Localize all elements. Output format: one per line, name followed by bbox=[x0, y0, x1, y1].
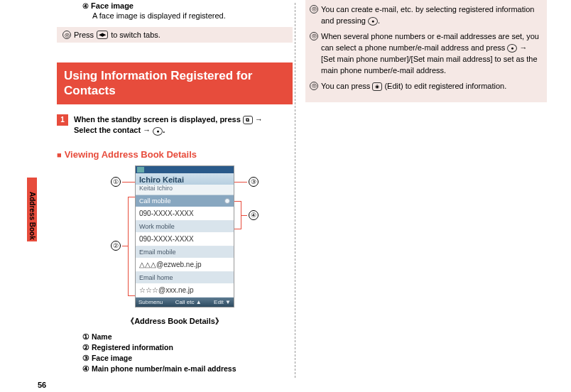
row-value: 090-XXXX-XXXX bbox=[136, 232, 234, 246]
note-2: ◎ When several phone numbers or e-mail a… bbox=[310, 31, 543, 77]
face-image-desc: A face image is displayed if registered. bbox=[92, 11, 293, 20]
face-image-title: Face image bbox=[91, 1, 134, 10]
arrow-icon: → bbox=[143, 126, 151, 134]
left-column: ④ Face image A face image is displayed i… bbox=[57, 0, 293, 373]
row-label: Email mobile bbox=[139, 249, 176, 256]
legend-2: ② Registered information bbox=[82, 343, 293, 352]
marker-4-icon: ④ bbox=[82, 2, 89, 10]
phone-row: Email home ☆☆☆@xxx.ne.jp bbox=[136, 272, 234, 298]
softkey-center: Call etc ▲ bbox=[175, 299, 202, 305]
arrow-icon: → bbox=[255, 115, 263, 124]
main-mark-icon bbox=[224, 198, 230, 204]
note-3-text-b: (Edit) to edit registered information. bbox=[384, 82, 506, 90]
notes-block: ◎ You can create e-mail, etc. by selecti… bbox=[305, 0, 547, 102]
step-1-number: 1 bbox=[57, 114, 68, 126]
center-key-icon: ● bbox=[368, 17, 378, 26]
addressbook-key-icon: ⧉ bbox=[243, 116, 253, 124]
center-key-icon: ● bbox=[507, 44, 517, 53]
callout-line bbox=[122, 246, 128, 246]
center-key-icon: ● bbox=[153, 127, 163, 136]
callout-4: ④ bbox=[249, 210, 259, 220]
phone-status-bar bbox=[136, 166, 234, 173]
viewing-details-heading: Viewing Address Book Details bbox=[57, 149, 293, 160]
callout-line bbox=[122, 182, 135, 183]
side-tab-label: Address Book bbox=[28, 192, 36, 240]
tip-prefix: Press bbox=[74, 31, 94, 39]
note-3: ◎ You can press ◉ (Edit) to edit registe… bbox=[310, 81, 543, 92]
ring-bullet-icon: ◎ bbox=[310, 32, 318, 40]
phone-row: Email mobile △△△@ezweb.ne.jp bbox=[136, 246, 234, 272]
note-2-text-b: [Set main phone number]/[Set main mail a… bbox=[321, 55, 538, 75]
row-value: △△△@ezweb.ne.jp bbox=[136, 258, 234, 272]
callout-bracket bbox=[234, 201, 241, 229]
ring-bullet-icon: ◎ bbox=[310, 5, 318, 13]
note-3-text-a: You can press bbox=[321, 82, 370, 90]
status-icon bbox=[137, 167, 144, 173]
step-1-text-b: Select the contact bbox=[74, 126, 141, 134]
ring-bullet-icon: ◎ bbox=[310, 82, 318, 90]
callout-1: ① bbox=[111, 177, 121, 187]
column-divider bbox=[295, 3, 295, 378]
softkey-right: Edit ▼ bbox=[214, 299, 231, 305]
callout-bracket bbox=[128, 197, 135, 296]
note-1-text-a: You can create e-mail, etc. by selecting… bbox=[321, 5, 534, 25]
note-1-text-b: . bbox=[378, 16, 380, 25]
row-label: Email home bbox=[139, 274, 173, 281]
phone-diagram: ① ② ③ ④ Ichiro Keitai Keitai Ichiro Call… bbox=[57, 165, 293, 315]
note-1: ◎ You can create e-mail, etc. by selecti… bbox=[310, 4, 543, 27]
row-label: Work mobile bbox=[139, 223, 175, 230]
step-1: 1 When the standby screen is displayed, … bbox=[57, 114, 293, 137]
row-value: ☆☆☆@xxx.ne.jp bbox=[136, 283, 234, 298]
nav-key-icon: ◀▶ bbox=[97, 31, 108, 39]
step-1-text: When the standby screen is displayed, pr… bbox=[74, 114, 293, 137]
arrow-icon: → bbox=[519, 43, 527, 52]
contact-reading: Keitai Ichiro bbox=[136, 185, 234, 195]
legend-4: ④ Main phone number/main e-mail address bbox=[82, 364, 293, 373]
face-image-heading: ④ Face image bbox=[82, 1, 293, 10]
tip-suffix: to switch tabs. bbox=[111, 31, 161, 39]
ring-bullet-icon: ◎ bbox=[62, 31, 71, 39]
contact-name: Ichiro Keitai bbox=[136, 173, 234, 185]
note-2-text-a: When several phone numbers or e-mail add… bbox=[321, 32, 539, 52]
row-value: 090-XXXX-XXXX bbox=[136, 207, 234, 221]
phone-softkeys: Submenu Call etc ▲ Edit ▼ bbox=[136, 298, 234, 307]
camera-key-icon: ◉ bbox=[372, 82, 382, 91]
row-label: Call mobile bbox=[139, 197, 171, 205]
legend-1: ① Name bbox=[82, 332, 293, 341]
phone-screenshot: Ichiro Keitai Keitai Ichiro Call mobile … bbox=[135, 165, 234, 307]
period: . bbox=[163, 126, 165, 134]
phone-row: Work mobile 090-XXXX-XXXX bbox=[136, 221, 234, 246]
callout-line bbox=[241, 215, 247, 216]
callout-3: ③ bbox=[249, 177, 259, 187]
phone-caption: 《Address Book Details》 bbox=[57, 316, 293, 327]
softkey-left: Submenu bbox=[138, 299, 163, 305]
page-number: 56 bbox=[38, 381, 46, 389]
callout-2: ② bbox=[111, 241, 121, 251]
legend-3: ③ Face image bbox=[82, 354, 293, 362]
callout-line bbox=[234, 182, 247, 183]
phone-row-selected: Call mobile 090-XXXX-XXXX bbox=[136, 195, 234, 221]
right-column: ◎ You can create e-mail, etc. by selecti… bbox=[305, 0, 547, 102]
tip-bar: ◎ Press ◀▶ to switch tabs. bbox=[57, 27, 293, 43]
section-header: Using Information Registered for Contact… bbox=[57, 62, 293, 104]
legend: ① Name ② Registered information ③ Face i… bbox=[57, 332, 293, 373]
step-1-text-a: When the standby screen is displayed, pr… bbox=[74, 115, 241, 124]
